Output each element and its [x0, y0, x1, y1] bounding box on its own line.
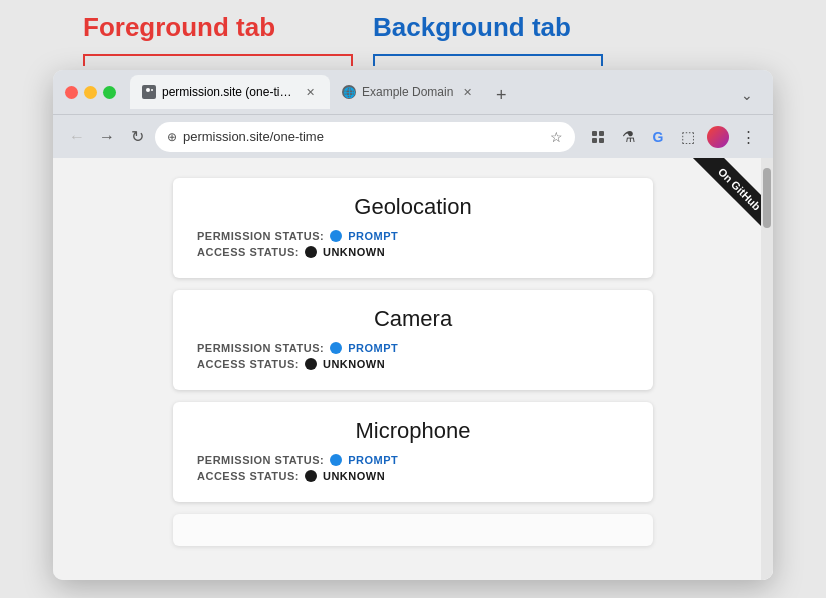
maximize-button[interactable]	[103, 86, 116, 99]
geolocation-permission-dot	[330, 230, 342, 242]
svg-rect-5	[592, 138, 597, 143]
google-icon[interactable]: G	[645, 124, 671, 150]
url-bar[interactable]: ⊕ permission.site/one-time ☆	[155, 122, 575, 152]
new-tab-button[interactable]: +	[487, 81, 515, 109]
camera-title: Camera	[197, 306, 629, 332]
partial-card	[173, 514, 653, 546]
tab-dropdown-button[interactable]: ⌄	[733, 81, 761, 109]
microphone-access-label: ACCESS STATUS:	[197, 470, 299, 482]
geolocation-permission-status: PROMPT	[348, 230, 398, 242]
sidebar-icon[interactable]: ⬚	[675, 124, 701, 150]
tab-example[interactable]: 🌐 Example Domain ✕	[330, 75, 487, 109]
camera-permission-dot	[330, 342, 342, 354]
bookmark-icon[interactable]: ☆	[550, 129, 563, 145]
geolocation-access-status: UNKNOWN	[323, 246, 385, 258]
camera-access-dot	[305, 358, 317, 370]
more-menu-icon[interactable]: ⋮	[735, 124, 761, 150]
address-bar: ← → ↻ ⊕ permission.site/one-time ☆ ⚗ G ⬚…	[53, 114, 773, 158]
profile-icon[interactable]	[705, 124, 731, 150]
camera-access-label: ACCESS STATUS:	[197, 358, 299, 370]
tab-permission[interactable]: permission.site (one-time) ✕	[130, 75, 330, 109]
background-bracket	[373, 54, 603, 66]
microphone-permission-row: PERMISSION STATUS: PROMPT	[197, 454, 629, 466]
svg-point-0	[146, 88, 150, 92]
extensions-icon[interactable]	[585, 124, 611, 150]
geolocation-permission-row: PERMISSION STATUS: PROMPT	[197, 230, 629, 242]
svg-rect-4	[599, 131, 604, 136]
tab-permission-icon	[142, 85, 156, 99]
foreground-label: Foreground tab	[83, 12, 275, 43]
title-bar: permission.site (one-time) ✕ 🌐 Example D…	[53, 70, 773, 114]
geolocation-title: Geolocation	[197, 194, 629, 220]
geolocation-card: Geolocation PERMISSION STATUS: PROMPT AC…	[173, 178, 653, 278]
scrollbar[interactable]	[761, 158, 773, 580]
forward-button[interactable]: →	[95, 125, 119, 149]
microphone-access-dot	[305, 470, 317, 482]
page-content: On GitHub Geolocation PERMISSION STATUS:…	[53, 158, 773, 580]
svg-point-1	[151, 89, 153, 91]
browser-window: permission.site (one-time) ✕ 🌐 Example D…	[53, 70, 773, 580]
tab-example-close[interactable]: ✕	[459, 84, 475, 100]
minimize-button[interactable]	[84, 86, 97, 99]
security-icon: ⊕	[167, 130, 177, 144]
tab-example-icon: 🌐	[342, 85, 356, 99]
tab-permission-title: permission.site (one-time)	[162, 85, 296, 99]
foreground-bracket	[83, 54, 353, 66]
camera-access-status: UNKNOWN	[323, 358, 385, 370]
microphone-card: Microphone PERMISSION STATUS: PROMPT ACC…	[173, 402, 653, 502]
camera-permission-label: PERMISSION STATUS:	[197, 342, 324, 354]
profile-avatar	[707, 126, 729, 148]
geolocation-access-row: ACCESS STATUS: UNKNOWN	[197, 246, 629, 258]
back-button[interactable]: ←	[65, 125, 89, 149]
microphone-permission-label: PERMISSION STATUS:	[197, 454, 324, 466]
camera-access-row: ACCESS STATUS: UNKNOWN	[197, 358, 629, 370]
traffic-lights	[65, 86, 116, 99]
toolbar-icons: ⚗ G ⬚ ⋮	[585, 124, 761, 150]
flask-icon[interactable]: ⚗	[615, 124, 641, 150]
microphone-permission-dot	[330, 454, 342, 466]
tab-example-title: Example Domain	[362, 85, 453, 99]
camera-permission-row: PERMISSION STATUS: PROMPT	[197, 342, 629, 354]
close-button[interactable]	[65, 86, 78, 99]
microphone-permission-status: PROMPT	[348, 454, 398, 466]
url-text: permission.site/one-time	[183, 129, 544, 144]
microphone-access-status: UNKNOWN	[323, 470, 385, 482]
svg-rect-6	[599, 138, 604, 143]
camera-card: Camera PERMISSION STATUS: PROMPT ACCESS …	[173, 290, 653, 390]
background-label: Background tab	[373, 12, 571, 43]
geolocation-access-label: ACCESS STATUS:	[197, 246, 299, 258]
geolocation-permission-label: PERMISSION STATUS:	[197, 230, 324, 242]
microphone-access-row: ACCESS STATUS: UNKNOWN	[197, 470, 629, 482]
tab-permission-close[interactable]: ✕	[302, 84, 318, 100]
scrollbar-thumb[interactable]	[763, 168, 771, 228]
github-ribbon[interactable]: On GitHub	[683, 158, 773, 248]
reload-button[interactable]: ↻	[125, 125, 149, 149]
microphone-title: Microphone	[197, 418, 629, 444]
tabs-bar: permission.site (one-time) ✕ 🌐 Example D…	[130, 75, 761, 109]
camera-permission-status: PROMPT	[348, 342, 398, 354]
geolocation-access-dot	[305, 246, 317, 258]
svg-rect-3	[592, 131, 597, 136]
